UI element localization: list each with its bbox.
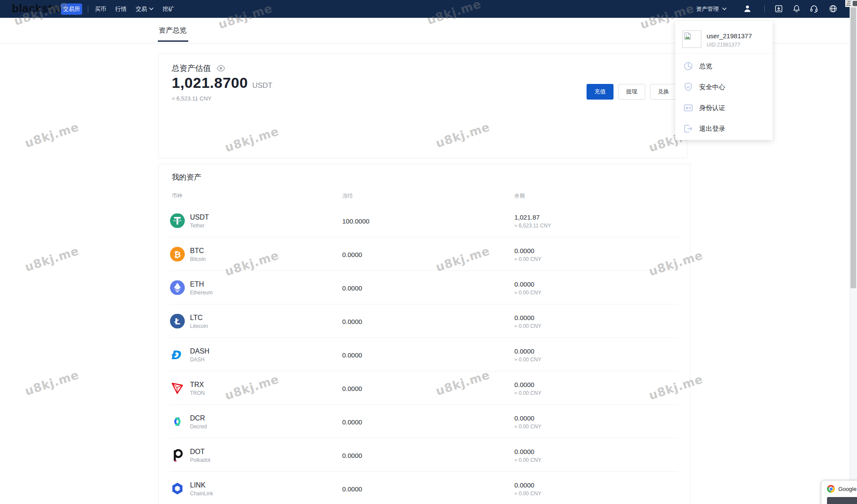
asset-table-row: Ð DASH DASH 0.0000 0.0000 ≈ 0.00 CNY bbox=[159, 338, 690, 371]
user-dropdown-menu: user_21981377 UID:21981377 总览 安全中心 bbox=[675, 21, 773, 140]
balance-fiat: ≈ 6,523.11 CNY bbox=[514, 222, 551, 228]
watermark-text: u8kj.me bbox=[23, 244, 80, 274]
balance-fiat: ≈ 0.00 CNY bbox=[514, 323, 541, 329]
dash-icon: Ð bbox=[170, 347, 185, 362]
frozen-amount: 0.0000 bbox=[342, 384, 362, 392]
coin-name: Polkadot bbox=[190, 457, 210, 463]
menu-divider bbox=[675, 53, 773, 53]
tab-asset-overview[interactable]: 资产总览 bbox=[159, 18, 187, 43]
asset-table-row: DCR Decred 0.0000 0.0000 ≈ 0.00 CNY bbox=[159, 405, 690, 438]
id-card-icon bbox=[683, 103, 694, 113]
top-navbar: blackstore 交易所 买币 行情 交易 挖矿 资产管理 bbox=[0, 0, 857, 18]
chevron-down-icon bbox=[149, 7, 153, 10]
menu-item-identity-verification[interactable]: 身份认证 bbox=[675, 97, 773, 118]
active-tab-underline bbox=[158, 40, 188, 42]
user-uid: UID:21981377 bbox=[707, 42, 752, 48]
menu-item-security-center[interactable]: 安全中心 bbox=[675, 77, 773, 97]
ime-icon bbox=[853, 1, 857, 6]
asset-table-row: Ł LTC Litecoin 0.0000 0.0000 ≈ 0.00 CNY bbox=[159, 304, 690, 338]
asset-table-body: USDT Tether 100.0000 1,021.87 ≈ 6,523.11… bbox=[159, 204, 690, 504]
download-icon[interactable] bbox=[774, 4, 783, 13]
coin-symbol: LTC bbox=[190, 314, 208, 321]
balance-fiat: ≈ 0.00 CNY bbox=[514, 390, 541, 396]
asset-table-row: USDT Tether 100.0000 1,021.87 ≈ 6,523.11… bbox=[159, 204, 690, 237]
coin-name: Tether bbox=[190, 222, 209, 228]
balance-fiat: ≈ 0.00 CNY bbox=[514, 356, 541, 362]
scrollbar-track[interactable] bbox=[850, 0, 857, 504]
coin-symbol: LINK bbox=[190, 481, 213, 489]
watermark-text: u8kj.me bbox=[23, 120, 80, 150]
link-icon bbox=[170, 481, 185, 496]
coin-symbol: ETH bbox=[190, 280, 213, 288]
google-signin-popup[interactable]: Google C bbox=[821, 480, 857, 504]
coin-name: ChainLink bbox=[190, 490, 213, 496]
frozen-amount: 0.0000 bbox=[342, 284, 362, 291]
convert-button[interactable]: 兑换 bbox=[650, 84, 677, 100]
logout-icon bbox=[683, 123, 694, 134]
chevron-down-icon bbox=[722, 7, 727, 10]
notification-bell-icon[interactable] bbox=[792, 4, 801, 13]
dot-icon bbox=[170, 448, 185, 463]
asset-overview-page: blackstore 交易所 买币 行情 交易 挖矿 资产管理 bbox=[0, 0, 857, 504]
pie-chart-icon bbox=[683, 61, 694, 71]
scrollbar-thumb[interactable] bbox=[850, 7, 856, 288]
popup-thumbnail bbox=[827, 497, 857, 504]
asset-table-row: ₿ BTC Bitcoin 0.0000 0.0000 ≈ 0.00 CNY bbox=[159, 237, 690, 271]
eth-icon bbox=[170, 280, 185, 295]
nav-link-trade[interactable]: 交易 bbox=[136, 5, 153, 13]
svg-text:Ł: Ł bbox=[174, 316, 180, 327]
deposit-button[interactable]: 充值 bbox=[587, 84, 614, 100]
asset-table-row: DOT Polkadot 0.0000 0.0000 ≈ 0.00 CNY bbox=[159, 438, 690, 472]
withdraw-button[interactable]: 提现 bbox=[618, 84, 645, 100]
frozen-amount: 0.0000 bbox=[342, 485, 362, 492]
my-assets-card: 我的资产 币种 冻结 余额 USDT Tether 100.0000 1,021… bbox=[158, 164, 690, 504]
frozen-amount: 0.0000 bbox=[342, 451, 362, 459]
asset-management-menu[interactable]: 资产管理 bbox=[696, 0, 727, 18]
menu-item-overview[interactable]: 总览 bbox=[675, 56, 773, 77]
frozen-amount: 0.0000 bbox=[342, 317, 362, 325]
google-popup-text: Google C bbox=[838, 486, 857, 492]
nav-link-markets[interactable]: 行情 bbox=[115, 5, 127, 13]
coin-name: DASH bbox=[190, 356, 209, 362]
coin-name: Decred bbox=[190, 423, 207, 429]
nav-link-buy-coin[interactable]: 买币 bbox=[95, 5, 106, 13]
total-asset-title: 总资产估值 bbox=[172, 63, 211, 73]
toggle-visibility-eye-icon[interactable] bbox=[216, 63, 226, 73]
coin-name: TRON bbox=[190, 390, 205, 396]
coin-symbol: USDT bbox=[190, 213, 209, 221]
user-info: user_21981377 UID:21981377 bbox=[682, 30, 752, 48]
svg-text:Ð: Ð bbox=[170, 348, 181, 362]
nav-link-mining[interactable]: 挖矿 bbox=[163, 5, 174, 13]
balance-fiat: ≈ 0.00 CNY bbox=[514, 289, 541, 295]
nav-divider bbox=[764, 5, 765, 13]
coin-symbol: TRX bbox=[190, 381, 205, 388]
balance-fiat: ≈ 0.00 CNY bbox=[514, 457, 541, 463]
menu-item-logout[interactable]: 退出登录 bbox=[675, 118, 773, 139]
nav-divider bbox=[88, 6, 88, 13]
nav-links: 买币 行情 交易 挖矿 bbox=[95, 0, 174, 18]
balance-amount: 0.0000 bbox=[514, 247, 541, 254]
dcr-icon bbox=[170, 414, 185, 429]
ltc-icon: Ł bbox=[170, 314, 185, 329]
asset-table-row: TRX TRON 0.0000 0.0000 ≈ 0.00 CNY bbox=[159, 371, 690, 405]
frozen-amount: 0.0000 bbox=[342, 351, 362, 358]
balance-fiat: ≈ 0.00 CNY bbox=[514, 256, 541, 262]
language-globe-icon[interactable] bbox=[829, 4, 837, 13]
shield-check-icon bbox=[683, 82, 694, 92]
avatar bbox=[682, 30, 701, 48]
frozen-amount: 100.0000 bbox=[342, 217, 370, 224]
support-headset-icon[interactable] bbox=[810, 4, 818, 13]
coin-name: Ethereum bbox=[190, 289, 213, 295]
user-icon[interactable] bbox=[743, 4, 752, 13]
total-asset-fiat: ≈ 6,523.11 CNY bbox=[172, 95, 211, 102]
coin-name: Litecoin bbox=[190, 323, 208, 329]
btc-icon: ₿ bbox=[170, 247, 185, 262]
nav-exchange-button[interactable]: 交易所 bbox=[61, 3, 82, 15]
svg-text:₿: ₿ bbox=[174, 250, 180, 259]
balance-amount: 0.0000 bbox=[514, 414, 541, 421]
balance-amount: 1,021.87 bbox=[514, 213, 551, 220]
balance-amount: 0.0000 bbox=[514, 447, 541, 455]
chrome-icon bbox=[827, 485, 835, 493]
username: user_21981377 bbox=[707, 32, 752, 40]
balance-amount: 0.0000 bbox=[514, 280, 541, 287]
